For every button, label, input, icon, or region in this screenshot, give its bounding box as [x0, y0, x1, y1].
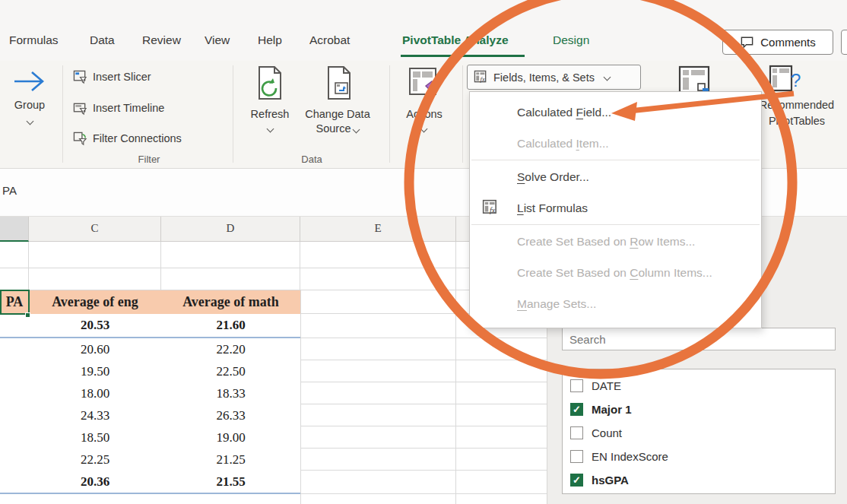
menu-item-manage-sets: Manage Sets...: [470, 288, 761, 319]
group-arrow-icon: [11, 67, 48, 96]
insert-timeline-button[interactable]: Insert Timeline: [73, 99, 164, 117]
column-header-e[interactable]: E: [300, 217, 456, 242]
checkbox-major1[interactable]: [570, 403, 583, 416]
menu-item-create-set-column: Create Set Based on Column Items...: [470, 257, 761, 288]
fields-items-sets-button[interactable]: fx Fields, Items, & Sets: [467, 65, 641, 90]
cell[interactable]: [456, 426, 547, 449]
field-item-hsgpa[interactable]: hsGPA: [570, 468, 835, 492]
cell[interactable]: [456, 382, 547, 404]
pivot-value-cell[interactable]: 18.00: [29, 382, 161, 404]
cell[interactable]: [300, 290, 456, 314]
cell[interactable]: [300, 404, 456, 426]
cell[interactable]: [161, 242, 300, 268]
pivot-value-cell[interactable]: 19.50: [29, 360, 161, 382]
menu-item-solve-order[interactable]: Solve Order...: [470, 161, 761, 192]
cell[interactable]: [456, 494, 547, 504]
checkbox-date[interactable]: [570, 379, 583, 392]
cell[interactable]: [300, 338, 456, 360]
pivot-value-cell[interactable]: 20.60: [29, 338, 161, 360]
tab-design[interactable]: Design: [553, 33, 589, 47]
cell[interactable]: [456, 471, 547, 494]
tab-view[interactable]: View: [205, 33, 230, 47]
tab-help[interactable]: Help: [258, 33, 282, 47]
checkbox-hsgpa[interactable]: [570, 474, 583, 487]
field-item-date[interactable]: DATE: [570, 374, 835, 398]
group-label: Group: [5, 99, 55, 111]
field-label: EN IndexScore: [592, 450, 668, 463]
cell[interactable]: [0, 268, 29, 290]
cell[interactable]: [456, 404, 547, 426]
pivot-value-cell[interactable]: 21.55: [161, 471, 300, 493]
chevron-down-icon: [26, 118, 33, 125]
cell[interactable]: [456, 360, 547, 382]
column-header-d[interactable]: D: [161, 217, 300, 242]
field-item-major1[interactable]: Major 1: [570, 398, 835, 421]
formula-bar-value: PA: [2, 184, 17, 197]
pivot-value-cell[interactable]: 18.50: [29, 426, 161, 449]
cell[interactable]: [300, 242, 456, 268]
group-button[interactable]: Group: [5, 64, 55, 164]
chevron-down-icon: [604, 74, 611, 81]
ribbon-separator: [462, 65, 463, 163]
chevron-down-icon: [420, 125, 428, 133]
cell[interactable]: [300, 314, 456, 338]
cell[interactable]: [456, 449, 547, 471]
active-cell-border: [0, 290, 30, 315]
svg-text:?: ?: [791, 70, 801, 90]
fill-handle[interactable]: [25, 312, 30, 318]
menu-item-calculated-field[interactable]: Calculated Field...: [470, 97, 761, 128]
cell[interactable]: [29, 242, 161, 268]
pivot-value-cell[interactable]: 22.20: [161, 338, 300, 360]
field-item-count[interactable]: Count: [570, 421, 835, 445]
tab-pivottable-analyze[interactable]: PivotTable Analyze: [402, 33, 509, 47]
pivot-value-cell[interactable]: 20.53: [29, 314, 161, 337]
actions-label: Actions: [397, 108, 452, 120]
pivot-value-cell[interactable]: 24.33: [29, 404, 161, 426]
cell[interactable]: [300, 426, 456, 449]
pivot-value-cell[interactable]: 26.33: [161, 404, 300, 426]
cell[interactable]: [300, 471, 456, 494]
svg-text:fx: fx: [481, 75, 485, 83]
refresh-label: Refresh: [243, 108, 297, 120]
cell[interactable]: [300, 360, 456, 382]
column-header-c[interactable]: C: [29, 217, 161, 242]
pivot-value-cell[interactable]: 22.50: [161, 360, 300, 382]
pivot-value-cell[interactable]: 20.36: [29, 471, 161, 493]
tab-data[interactable]: Data: [90, 33, 115, 47]
checkbox-count[interactable]: [570, 426, 583, 439]
pivot-col-header-math[interactable]: Average of math: [161, 290, 300, 314]
pivotchart-icon[interactable]: [675, 64, 713, 93]
column-header-b[interactable]: [0, 217, 29, 242]
filter-connections-label: Filter Connections: [93, 132, 182, 144]
filter-connections-button[interactable]: Filter Connections: [73, 129, 182, 147]
cell[interactable]: [300, 268, 456, 290]
cell[interactable]: [29, 268, 161, 290]
field-item-enindexscore[interactable]: EN IndexScore: [570, 445, 835, 468]
cell[interactable]: [161, 268, 300, 290]
pivot-value-cell[interactable]: 22.25: [29, 449, 161, 471]
checkbox-enindexscore[interactable]: [570, 450, 583, 463]
cell[interactable]: [0, 242, 29, 268]
pivot-value-cell[interactable]: 21.60: [161, 314, 300, 337]
pivot-value-cell[interactable]: 21.25: [161, 449, 300, 471]
insert-slicer-button[interactable]: Insert Slicer: [73, 68, 151, 86]
pivot-value-cell[interactable]: 19.00: [161, 426, 300, 449]
ribbon-tab-bar: Formulas Data Review View Help Acrobat P…: [0, 0, 847, 61]
cell[interactable]: [300, 494, 456, 504]
fields-search-input[interactable]: [562, 328, 836, 350]
cell[interactable]: [300, 382, 456, 404]
menu-item-list-formulas[interactable]: fx List Formulas: [470, 192, 761, 223]
tab-formulas[interactable]: Formulas: [9, 33, 59, 47]
fields-items-sets-menu: Calculated Field... Calculated Item... S…: [469, 91, 762, 328]
cell[interactable]: [456, 338, 547, 360]
chevron-down-icon: [353, 125, 360, 133]
pivot-col-header-eng[interactable]: Average of eng: [29, 290, 161, 314]
tab-review[interactable]: Review: [142, 33, 181, 47]
cell[interactable]: [300, 449, 456, 471]
chevron-down-icon: [267, 125, 274, 133]
tab-acrobat[interactable]: Acrobat: [309, 33, 350, 47]
slicer-icon: [73, 70, 87, 84]
recommended-pivottables-icon: ?: [768, 64, 803, 94]
pivot-value-cell[interactable]: 18.33: [161, 382, 300, 404]
comments-button[interactable]: Comments: [722, 30, 833, 55]
